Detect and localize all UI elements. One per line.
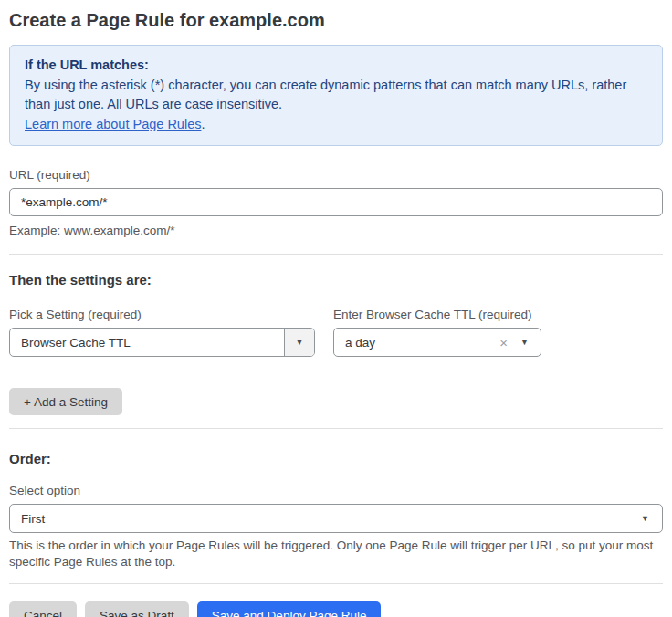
pick-setting-dropdown[interactable]: Browser Cache TTL ▼ [9,328,315,357]
page-title: Create a Page Rule for example.com [9,7,663,33]
url-match-info-box: If the URL matches: By using the asteris… [9,45,663,146]
divider [9,428,663,429]
order-select[interactable]: First ▼ [9,504,663,533]
settings-section-heading: Then the settings are: [9,272,663,288]
order-help-text: This is the order in which your Page Rul… [9,538,663,570]
ttl-value: a day [334,336,499,350]
divider [9,254,663,255]
pick-setting-column: Pick a Setting (required) Browser Cache … [9,308,315,357]
order-select-label: Select option [9,484,663,498]
chevron-down-icon: ▼ [296,339,304,347]
link-suffix: . [201,117,205,131]
settings-row: Pick a Setting (required) Browser Cache … [9,308,663,357]
clear-icon[interactable]: × [499,336,508,350]
save-as-draft-button[interactable]: Save as Draft [85,601,189,617]
pick-setting-label: Pick a Setting (required) [9,308,315,322]
info-box-body: By using the asterisk (*) character, you… [25,76,647,115]
pick-setting-value: Browser Cache TTL [10,336,284,350]
url-input[interactable] [9,188,663,216]
page-rule-form: Create a Page Rule for example.com If th… [0,7,672,617]
info-box-link-row: Learn more about Page Rules. [25,115,647,135]
dropdown-arrow-cell[interactable]: ▼ [284,329,314,356]
chevron-down-icon: ▼ [641,515,649,523]
divider [9,583,663,584]
order-select-value: First [10,512,45,526]
ttl-column: Enter Browser Cache TTL (required) a day… [333,308,541,357]
ttl-dropdown[interactable]: a day × ▼ [333,328,541,357]
ttl-label: Enter Browser Cache TTL (required) [333,308,541,322]
cancel-button[interactable]: Cancel [9,601,77,617]
url-example-text: Example: www.example.com/* [9,223,663,238]
url-field-label: URL (required) [9,168,663,183]
learn-more-link[interactable]: Learn more about Page Rules [25,117,201,131]
chevron-down-icon: ▼ [520,339,529,347]
add-setting-button[interactable]: + Add a Setting [9,388,122,415]
save-and-deploy-button[interactable]: Save and Deploy Page Rule [197,601,382,617]
footer-actions: Cancel Save as Draft Save and Deploy Pag… [9,601,663,617]
order-section-heading: Order: [9,451,663,467]
info-box-heading: If the URL matches: [25,56,647,76]
